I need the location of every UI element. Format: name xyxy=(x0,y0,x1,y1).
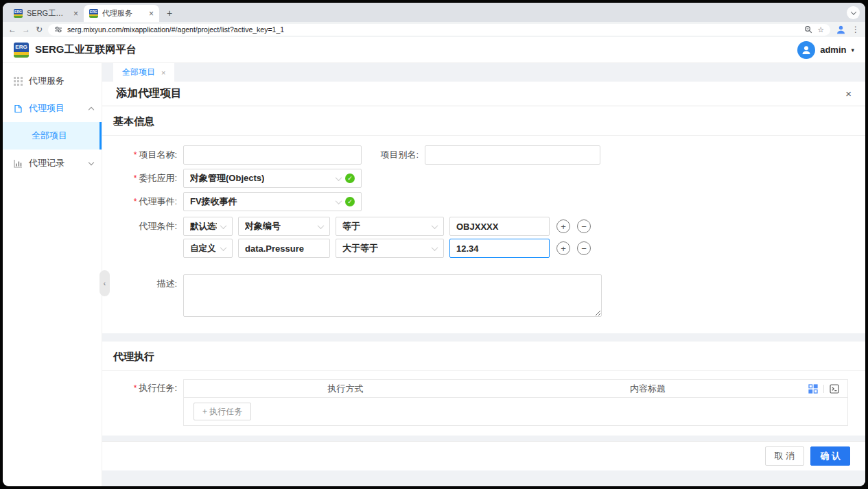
user-menu[interactable]: admin ▾ xyxy=(797,41,854,59)
add-task-button[interactable]: + 执行任务 xyxy=(193,403,251,420)
task-table-header: 执行方式 内容标题 xyxy=(184,380,847,398)
username-label: admin xyxy=(820,45,846,55)
chevron-down-icon xyxy=(89,160,94,165)
forward-icon[interactable]: → xyxy=(22,25,30,34)
select-value: 默认选项 xyxy=(190,221,217,232)
column-content-title: 内容标题 xyxy=(507,383,788,395)
sidebar-item-all-projects[interactable]: 全部项目 xyxy=(3,122,102,150)
condition-type-select[interactable]: 自定义 xyxy=(183,239,233,258)
description-textarea[interactable] xyxy=(183,274,602,317)
chevron-down-icon xyxy=(336,198,342,204)
back-icon[interactable]: ← xyxy=(8,25,16,34)
valid-check-icon: ✓ xyxy=(345,197,355,206)
new-tab-button[interactable]: + xyxy=(162,5,177,21)
column-exec-method: 执行方式 xyxy=(184,383,507,395)
valid-check-icon: ✓ xyxy=(345,174,355,183)
project-alias-label: 项目别名: xyxy=(362,145,425,165)
agent-event-label: 代理事件: xyxy=(115,192,183,211)
basic-info-form: 项目名称: 项目别名: 委托应用: 对象管理(Objects) ✓ xyxy=(102,136,865,333)
bar-chart-icon xyxy=(14,159,23,168)
main-area: 全部项目 × 添加代理项目 × 基本信息 项目名称: 项目别 xyxy=(102,63,865,486)
form-row-name: 项目名称: 项目别名: xyxy=(115,145,865,165)
blocks-icon[interactable] xyxy=(808,384,818,394)
confirm-button[interactable]: 确 认 xyxy=(810,446,850,466)
bookmark-star-icon[interactable]: ☆ xyxy=(817,25,824,34)
chevron-down-icon xyxy=(220,244,227,251)
user-avatar[interactable] xyxy=(797,41,815,59)
agent-execution-section: 代理执行 执行任务: 执行方式 内容标题 xyxy=(102,342,865,436)
cancel-button[interactable]: 取 消 xyxy=(765,446,805,466)
drawer-header: 添加代理项目 × xyxy=(102,82,865,106)
select-value: 大于等于 xyxy=(342,242,378,254)
add-condition-button[interactable]: + xyxy=(556,219,570,233)
drawer-title: 添加代理项目 xyxy=(116,86,182,101)
sidebar-item-label: 代理记录 xyxy=(29,157,64,169)
zoom-icon[interactable] xyxy=(804,25,812,34)
chevron-down-icon xyxy=(850,9,856,14)
select-value: 自定义 xyxy=(190,243,216,254)
browser-tab-serg[interactable]: ERG SERG工业互联网平台 × xyxy=(8,5,84,22)
browser-profile-icon[interactable] xyxy=(836,25,846,35)
condition-value-input[interactable] xyxy=(449,239,550,258)
select-value: 对象管理(Objects) xyxy=(190,172,264,184)
address-bar[interactable]: serg.mixyun.com/mixapplication/#/agent/p… xyxy=(48,24,830,36)
page-tab-all-projects[interactable]: 全部项目 × xyxy=(113,63,174,82)
url-text[interactable]: serg.mixyun.com/mixapplication/#/agent/p… xyxy=(67,25,799,34)
close-icon[interactable]: × xyxy=(149,9,154,19)
close-icon[interactable]: × xyxy=(845,88,852,99)
drawer-footer: 取 消 确 认 xyxy=(102,441,865,470)
condition-operator-select[interactable]: 等于 xyxy=(336,217,444,236)
condition-row: 默认选项 对象编号 等于 xyxy=(183,217,591,236)
browser-tab-agent-service[interactable]: ERG 代理服务 × xyxy=(84,5,159,22)
browser-tab-title: SERG工业互联网平台 xyxy=(27,8,69,19)
close-icon[interactable]: × xyxy=(161,69,165,77)
select-value: 对象编号 xyxy=(245,220,281,232)
remove-condition-button[interactable]: − xyxy=(577,241,591,255)
add-project-drawer: 添加代理项目 × 基本信息 项目名称: 项目别名: 委托 xyxy=(102,82,865,486)
form-row-event: 代理事件: FV接收事件 ✓ xyxy=(115,192,865,211)
sidebar-item-agent-service[interactable]: 代理服务 xyxy=(3,67,102,95)
delegate-app-label: 委托应用: xyxy=(115,169,183,188)
reload-icon[interactable]: ↻ xyxy=(36,25,43,34)
caret-down-icon: ▾ xyxy=(851,47,854,53)
project-name-input[interactable] xyxy=(183,145,362,165)
agent-event-select[interactable]: FV接收事件 ✓ xyxy=(183,192,362,211)
remove-condition-button[interactable]: − xyxy=(577,219,591,233)
project-alias-input[interactable] xyxy=(425,145,600,165)
form-row-app: 委托应用: 对象管理(Objects) ✓ xyxy=(115,169,865,188)
form-row-description: 描述: xyxy=(115,274,865,317)
terminal-icon[interactable] xyxy=(830,384,839,394)
sidebar-item-label: 全部项目 xyxy=(32,130,67,142)
exec-task-label: 执行任务: xyxy=(115,379,183,397)
serg-logo: ERG xyxy=(14,43,29,58)
site-settings-icon[interactable] xyxy=(54,25,62,34)
app-body: 代理服务 代理项目 全部项目 代理记录 ‹ 全部项目 × xyxy=(3,63,865,486)
condition-field-input[interactable] xyxy=(238,239,330,258)
condition-type-select[interactable]: 默认选项 xyxy=(183,217,233,236)
basic-info-section: 基本信息 项目名称: 项目别名: 委托应用: 对象管理(Objects) xyxy=(102,106,865,333)
sidebar-item-label: 代理服务 xyxy=(29,75,64,87)
condition-operator-select[interactable]: 大于等于 xyxy=(336,239,444,258)
close-icon[interactable]: × xyxy=(73,9,78,19)
serg-favicon: ERG xyxy=(89,9,98,18)
empty-space xyxy=(102,470,865,486)
condition-field-select[interactable]: 对象编号 xyxy=(238,217,330,236)
sidebar-item-agent-project[interactable]: 代理项目 xyxy=(3,95,102,122)
description-label: 描述: xyxy=(115,274,183,294)
chevron-down-icon xyxy=(220,222,227,229)
sidebar-collapse-handle[interactable]: ‹ xyxy=(99,270,110,296)
delegate-app-select[interactable]: 对象管理(Objects) ✓ xyxy=(183,169,362,188)
chevron-down-icon xyxy=(432,244,438,251)
chevron-down-icon xyxy=(318,222,325,229)
sidebar-item-agent-records[interactable]: 代理记录 xyxy=(3,150,102,177)
serg-favicon: ERG xyxy=(14,9,23,18)
document-icon xyxy=(14,104,23,113)
page-tab-label: 全部项目 xyxy=(122,67,155,78)
condition-value-input[interactable] xyxy=(449,217,550,236)
table-header-tools xyxy=(788,384,847,394)
select-value: FV接收事件 xyxy=(190,195,237,208)
task-table: 执行方式 内容标题 + 执行任务 xyxy=(183,379,848,426)
add-condition-button[interactable]: + xyxy=(556,241,570,255)
browser-menu-icon[interactable]: ⋮ xyxy=(852,25,860,34)
tab-search-button[interactable] xyxy=(847,6,860,19)
